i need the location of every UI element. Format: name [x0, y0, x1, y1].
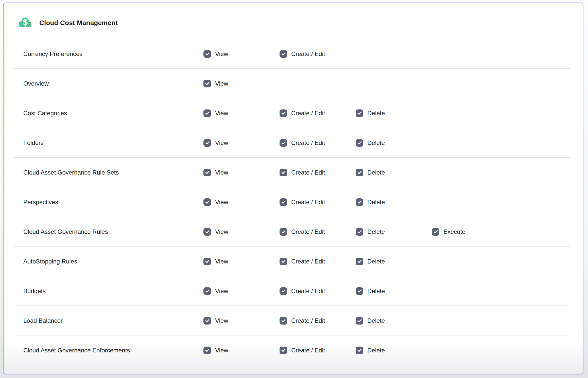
permission-create-edit: Create / Edit — [280, 50, 356, 58]
resource-label: AutoStopping Rules — [23, 258, 203, 265]
permission-view: View — [203, 50, 280, 58]
resource-label: Folders — [23, 139, 203, 146]
permission-create-edit: Create / Edit — [280, 198, 356, 206]
cloud-dollar-icon: $ — [18, 16, 33, 29]
permission-create-edit: Create / Edit — [280, 228, 356, 236]
permission-label: Delete — [367, 258, 385, 265]
permission-label: Delete — [367, 110, 385, 117]
checkbox-checked[interactable] — [203, 109, 211, 117]
checkbox-checked[interactable] — [203, 198, 211, 206]
permission-label: View — [215, 199, 228, 206]
permission-label: View — [215, 169, 228, 176]
checkmark-icon — [205, 140, 210, 145]
checkmark-icon — [357, 110, 362, 116]
checkbox-checked[interactable] — [280, 169, 287, 176]
checkmark-icon — [281, 318, 286, 323]
card-header: $ Cloud Cost Management — [4, 3, 583, 39]
checkbox-checked[interactable] — [203, 80, 211, 87]
svg-text:$: $ — [23, 17, 28, 27]
permission-label: Delete — [367, 139, 385, 146]
checkbox-checked[interactable] — [356, 169, 363, 176]
permission-label: View — [215, 347, 228, 354]
checkbox-checked[interactable] — [203, 287, 211, 295]
checkmark-icon — [433, 229, 438, 234]
permission-view: View — [203, 317, 280, 325]
permission-delete: Delete — [356, 228, 432, 236]
checkmark-icon — [281, 288, 286, 294]
permission-row: Budgets ViewCreate / EditDelete — [4, 276, 583, 306]
checkbox-checked[interactable] — [280, 50, 287, 58]
permission-label: Delete — [367, 288, 385, 295]
checkbox-checked[interactable] — [356, 198, 363, 206]
checkbox-checked[interactable] — [280, 228, 287, 236]
permission-label: Create / Edit — [291, 288, 325, 295]
permission-view: View — [203, 198, 280, 206]
checkmark-icon — [205, 81, 210, 86]
checkmark-icon — [205, 199, 210, 205]
permission-label: View — [215, 110, 228, 117]
permission-create-edit: Create / Edit — [280, 347, 356, 354]
permission-row: Cloud Asset Governance Enforcements View… — [4, 335, 583, 365]
module-title: Cloud Cost Management — [39, 19, 118, 27]
checkbox-checked[interactable] — [356, 287, 363, 295]
resource-label: Load Balancer — [23, 317, 203, 324]
checkmark-icon — [281, 259, 286, 264]
resource-label: Cloud Asset Governance Rules — [23, 228, 203, 235]
checkbox-checked[interactable] — [203, 228, 211, 236]
checkbox-checked[interactable] — [356, 347, 363, 354]
resource-label: Perspectives — [23, 199, 203, 206]
checkbox-checked[interactable] — [356, 228, 363, 236]
checkmark-icon — [357, 348, 362, 353]
checkmark-icon — [205, 318, 210, 323]
checkmark-icon — [205, 170, 210, 175]
checkbox-checked[interactable] — [203, 139, 211, 147]
checkmark-icon — [357, 288, 362, 294]
resource-label: Cost Categories — [23, 110, 203, 117]
checkmark-icon — [357, 318, 362, 323]
checkmark-icon — [281, 51, 286, 56]
checkbox-checked[interactable] — [280, 139, 287, 147]
permission-row: Overview View — [4, 69, 583, 98]
permission-create-edit: Create / Edit — [280, 287, 356, 295]
permission-create-edit: Create / Edit — [280, 169, 356, 176]
checkmark-icon — [205, 110, 210, 116]
checkbox-checked[interactable] — [203, 347, 211, 354]
permission-delete: Delete — [356, 109, 432, 117]
checkbox-checked[interactable] — [280, 109, 287, 117]
permission-label: Create / Edit — [291, 199, 325, 206]
checkbox-checked[interactable] — [203, 50, 211, 58]
checkbox-checked[interactable] — [432, 228, 439, 236]
checkmark-icon — [281, 348, 286, 353]
checkmark-icon — [357, 199, 362, 205]
permission-delete: Delete — [356, 287, 432, 295]
permission-delete: Delete — [356, 317, 432, 325]
checkmark-icon — [205, 51, 210, 56]
permission-delete: Delete — [356, 139, 432, 147]
checkbox-checked[interactable] — [356, 109, 363, 117]
permission-label: Create / Edit — [291, 169, 325, 176]
resource-label: Cloud Asset Governance Rule Sets — [23, 169, 203, 176]
checkbox-checked[interactable] — [280, 347, 287, 354]
checkmark-icon — [281, 140, 286, 145]
permission-label: Delete — [367, 317, 385, 324]
checkbox-checked[interactable] — [203, 169, 211, 176]
checkbox-checked[interactable] — [280, 258, 287, 265]
checkbox-checked[interactable] — [280, 317, 287, 325]
checkbox-checked[interactable] — [280, 287, 287, 295]
checkbox-checked[interactable] — [356, 139, 363, 147]
checkbox-checked[interactable] — [280, 198, 287, 206]
permission-row: Cost Categories ViewCreate / EditDelete — [4, 98, 583, 128]
checkbox-checked[interactable] — [203, 258, 211, 265]
checkbox-checked[interactable] — [203, 317, 211, 325]
permission-label: View — [215, 80, 228, 87]
permission-view: View — [203, 80, 280, 87]
permission-label: Create / Edit — [291, 258, 325, 265]
checkbox-checked[interactable] — [356, 258, 363, 265]
permission-row: Folders ViewCreate / EditDelete — [4, 128, 583, 158]
checkmark-icon — [281, 199, 286, 205]
permission-label: View — [215, 258, 228, 265]
resource-label: Overview — [23, 80, 203, 87]
permission-label: Create / Edit — [291, 347, 325, 354]
permission-row: Cloud Asset Governance Rules ViewCreate … — [4, 217, 583, 247]
checkbox-checked[interactable] — [356, 317, 363, 325]
